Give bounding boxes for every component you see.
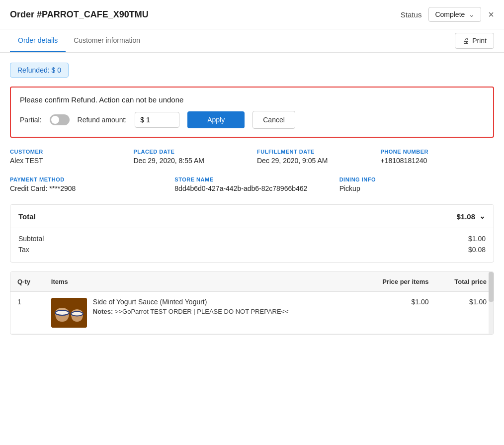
table-header-row: Q-ty Items Price per items Total price: [10, 272, 494, 292]
subtotal-label: Subtotal: [18, 235, 44, 243]
order-info-row2: PAYMENT METHOD Credit Card: ****2908 STO…: [10, 177, 494, 192]
total-rows: Subtotal $1.00 Tax $0.08: [10, 228, 494, 262]
scrollbar-thumb[interactable]: [489, 272, 494, 302]
order-info-row1: CUSTOMER Alex TEST PLACED DATE Dec 29, 2…: [10, 149, 494, 165]
tab-customer-information[interactable]: Customer information: [66, 29, 148, 52]
fulfillment-date-section: FULFILLMENT DATE Dec 29, 2020, 9:05 AM: [257, 149, 371, 165]
col-price: Price per items: [360, 272, 435, 292]
total-header: Total $1.08 ⌄: [10, 205, 494, 228]
col-qty: Q-ty: [10, 272, 44, 292]
tax-label: Tax: [18, 246, 29, 254]
subtotal-value: $1.00: [468, 235, 486, 243]
status-label: Status: [401, 10, 422, 19]
refund-confirm-title: Please confirm Refund. Action can not be…: [20, 95, 484, 104]
chevron-down-icon[interactable]: ⌄: [479, 212, 486, 221]
tab-order-details[interactable]: Order details: [10, 29, 66, 52]
placed-date-section: PLACED DATE Dec 29, 2020, 8:55 AM: [134, 149, 248, 165]
item-qty: 1: [10, 292, 44, 334]
printer-icon: 🖨: [462, 37, 469, 45]
close-button[interactable]: ×: [488, 9, 494, 19]
dining-info-section: DINING INFO Pickup: [339, 177, 494, 192]
items-table-wrapper: Q-ty Items Price per items Total price 1: [10, 271, 494, 335]
print-button[interactable]: 🖨 Print: [455, 33, 494, 49]
refund-confirm-box: Please confirm Refund. Action can not be…: [10, 87, 494, 138]
total-amount: $1.08 ⌄: [456, 212, 486, 221]
items-table: Q-ty Items Price per items Total price 1: [10, 272, 494, 334]
refunded-badge: Refunded: $ 0: [10, 63, 69, 78]
item-details: Side of Yogurt Sauce (Minted Yogurt) Not…: [44, 292, 360, 334]
refund-amount-label: Refund amount:: [78, 116, 127, 124]
refund-amount-input[interactable]: [135, 112, 179, 128]
item-total: $1.00: [435, 292, 494, 334]
partial-label: Partial:: [20, 116, 42, 124]
tax-value: $0.08: [468, 246, 486, 254]
table-row: 1: [10, 292, 494, 334]
svg-point-3: [56, 311, 68, 315]
col-total-price: Total price: [435, 272, 494, 292]
tax-row: Tax $0.08: [18, 244, 486, 255]
toggle-slider: [50, 114, 70, 125]
item-price: $1.00: [360, 292, 435, 334]
item-text: Side of Yogurt Sauce (Minted Yogurt) Not…: [93, 298, 289, 315]
customer-section: CUSTOMER Alex TEST: [10, 149, 124, 165]
partial-toggle[interactable]: [50, 114, 70, 125]
apply-button[interactable]: Apply: [187, 111, 245, 128]
item-name: Side of Yogurt Sauce (Minted Yogurt): [93, 298, 289, 306]
scrollbar-track: [489, 272, 494, 334]
refund-controls: Partial: Refund amount: Apply Cancel: [20, 111, 484, 129]
header: Order #PARROT_CAFE_X90TMU Status Complet…: [0, 0, 504, 29]
svg-point-7: [72, 312, 82, 316]
subtotal-row: Subtotal $1.00: [18, 233, 486, 244]
col-items: Items: [44, 272, 360, 292]
item-notes: Notes: >>GoParrot TEST ORDER | PLEASE DO…: [93, 308, 289, 315]
status-value: Complete: [435, 10, 465, 18]
cancel-button[interactable]: Cancel: [252, 111, 295, 129]
store-name-section: STORE NAME 8dd4b6d0-427a-442b-adb6-82c78…: [174, 177, 329, 192]
main-content: Refunded: $ 0 Please confirm Refund. Act…: [0, 53, 504, 345]
payment-method-section: PAYMENT METHOD Credit Card: ****2908: [10, 177, 165, 192]
tabs-bar: Order details Customer information 🖨 Pri…: [0, 29, 504, 53]
total-label: Total: [18, 212, 36, 221]
tabs-list: Order details Customer information: [10, 29, 148, 52]
total-section: Total $1.08 ⌄ Subtotal $1.00 Tax $0.08: [10, 204, 494, 263]
phone-number-section: PHONE NUMBER +18108181240: [381, 149, 495, 165]
item-image: [51, 298, 87, 328]
chevron-down-icon: ⌄: [469, 10, 475, 18]
status-dropdown[interactable]: Complete ⌄: [428, 7, 481, 22]
order-title: Order #PARROT_CAFE_X90TMU: [10, 9, 149, 20]
header-right: Status Complete ⌄ ×: [401, 7, 494, 22]
